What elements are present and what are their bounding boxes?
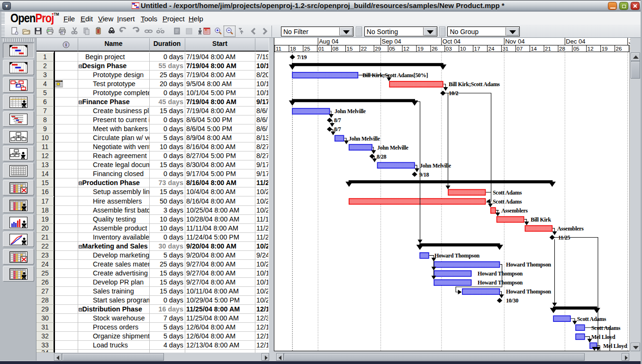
svg-text:John Melville: John Melville [420,162,452,169]
svg-text:Sep 04: Sep 04 [382,38,401,45]
svg-text:22: 22 [361,46,367,52]
svg-text:26: 26 [432,46,438,52]
svg-text:10: 10 [460,46,466,52]
svg-text:21: 21 [545,46,551,52]
svg-text:Scott Adams: Scott Adams [493,198,522,205]
svg-text:Assemblers: Assemblers [557,225,584,232]
svg-text:19: 19 [602,46,608,52]
svg-text:05: 05 [573,46,579,52]
svg-text:25: 25 [304,46,310,52]
svg-text:12: 12 [588,46,594,52]
svg-text:26: 26 [616,46,622,52]
svg-text:John Melville: John Melville [349,135,380,142]
svg-text:18: 18 [290,46,296,52]
svg-text:John Melville: John Melville [377,144,409,151]
svg-text:11: 11 [276,46,281,52]
svg-text:Dec 04: Dec 04 [566,38,585,45]
svg-text:10/2: 10/2 [449,90,458,97]
svg-text:11/25: 11/25 [558,234,570,241]
svg-text:01: 01 [318,46,325,52]
svg-text:Nov 04: Nov 04 [505,38,524,45]
svg-text:Mel Lloyd: Mel Lloyd [603,343,627,349]
svg-text:7/19: 7/19 [297,54,307,61]
svg-text:Bill Kirk;Scott Adams: Bill Kirk;Scott Adams [449,81,500,88]
svg-text:Assemblers: Assemblers [501,207,528,214]
svg-text:Scott Adams: Scott Adams [493,189,522,196]
svg-text:Howard Thompson: Howard Thompson [478,270,523,277]
svg-text:28: 28 [559,46,565,52]
svg-text:31: 31 [502,46,508,52]
svg-text:24: 24 [488,46,495,52]
svg-text:Oct 04: Oct 04 [443,38,461,45]
svg-text:Mel Lloyd: Mel Lloyd [591,334,615,340]
svg-text:Howard Thompson: Howard Thompson [434,252,480,259]
svg-text:8/7: 8/7 [334,126,341,133]
svg-text:Howard Thompson: Howard Thompson [506,288,552,295]
svg-text:05: 05 [389,46,395,52]
svg-text:19: 19 [417,46,424,52]
svg-text:08: 08 [333,46,339,52]
svg-text:03: 03 [446,46,452,52]
svg-text:17: 17 [474,46,480,52]
svg-text:Bill Kirk;Scott Adams[50%]: Bill Kirk;Scott Adams[50%] [362,72,428,79]
svg-text:Scott Adams: Scott Adams [577,316,606,322]
svg-text:Bill Kirk: Bill Kirk [531,216,552,223]
svg-text:29: 29 [375,46,381,52]
svg-text:i: i [65,42,67,47]
svg-text:Aug 04: Aug 04 [319,38,338,45]
svg-text:Howard Thompson: Howard Thompson [506,261,552,268]
svg-text:9/18: 9/18 [419,171,429,178]
svg-text:8/28: 8/28 [377,153,386,160]
svg-text:Scott Adams: Scott Adams [591,325,621,331]
svg-text:12: 12 [403,46,409,52]
svg-text:8/7: 8/7 [334,117,341,124]
svg-text:John Melville: John Melville [335,108,366,115]
svg-text:Howard Thompson: Howard Thompson [478,279,523,286]
svg-text:10/30: 10/30 [506,297,518,304]
svg-text:07: 07 [516,46,523,52]
svg-text:14: 14 [531,46,537,52]
svg-text:15: 15 [347,46,353,52]
